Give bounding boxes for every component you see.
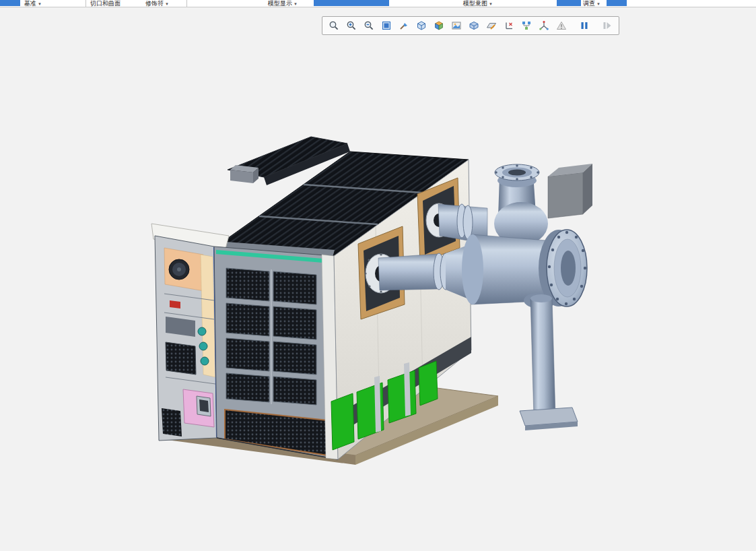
- display-style-icon: [416, 20, 427, 31]
- view-images-button[interactable]: [449, 18, 464, 33]
- teal-fitting: [199, 342, 207, 350]
- ribbon-group-datum[interactable]: 基准▼: [24, 0, 42, 8]
- left-equipment-cabinet: [155, 236, 217, 441]
- ribbon-button-fragment[interactable]: [314, 0, 389, 6]
- stand-pipe: [520, 294, 578, 430]
- view-images-icon: [451, 20, 462, 31]
- teal-fitting: [198, 327, 206, 335]
- ribbon-button-fragment[interactable]: [557, 0, 581, 6]
- zoom-region-icon: [329, 20, 339, 31]
- ribbon-strip: 基准▼ 切口和曲面 修饰符▼ 模型显示▼ 模型意图▼ 调查▼: [0, 0, 756, 7]
- saved-orientations-button[interactable]: [432, 18, 446, 33]
- zoom-out-icon: [364, 20, 374, 31]
- ribbon-group-model-intent[interactable]: 模型意图▼: [463, 0, 493, 8]
- repaint-button[interactable]: [397, 18, 411, 33]
- ribbon-group-model-display[interactable]: 模型显示▼: [268, 0, 298, 8]
- repaint-icon: [399, 20, 409, 31]
- cooling-fan: [169, 259, 189, 280]
- chevron-down-icon: ▼: [596, 2, 600, 6]
- resume-icon: [602, 20, 613, 31]
- chevron-down-icon: ▼: [165, 2, 169, 6]
- chevron-down-icon: ▼: [489, 2, 493, 6]
- ribbon-group-cuts-surfaces[interactable]: 切口和曲面: [90, 0, 121, 8]
- ribbon-group-investigate[interactable]: 调查▼: [583, 0, 600, 8]
- resume-button[interactable]: [600, 18, 615, 33]
- pause-button[interactable]: [577, 18, 592, 33]
- ribbon-separator: [85, 0, 86, 7]
- cad-model-scene: [0, 7, 756, 551]
- plane-display-icon: [486, 20, 497, 31]
- graphics-toolbar: [322, 16, 619, 35]
- saved-orientations-icon: [434, 20, 444, 31]
- perspective-view-button[interactable]: [467, 18, 481, 33]
- ribbon-group-modifiers[interactable]: 修饰符▼: [145, 0, 169, 8]
- perspective-view-icon: [469, 20, 479, 31]
- pause-icon: [579, 20, 590, 31]
- red-connector: [170, 300, 180, 309]
- chevron-down-icon: ▼: [294, 2, 298, 6]
- annotation-display-icon: [504, 20, 514, 31]
- model-tree-filter-button[interactable]: [519, 18, 534, 33]
- chevron-down-icon: ▼: [38, 2, 42, 6]
- zoom-out-button[interactable]: [362, 18, 376, 33]
- refit-button[interactable]: [379, 18, 394, 33]
- display-style-button[interactable]: [414, 18, 429, 33]
- ribbon-separator: [186, 0, 187, 7]
- ribbon-button-fragment[interactable]: [607, 0, 627, 6]
- top-elbow: [494, 164, 548, 245]
- annotation-display-button[interactable]: [502, 18, 516, 33]
- warning-icon: [556, 20, 567, 31]
- 3d-viewport[interactable]: [0, 7, 756, 551]
- simulation-warning-button[interactable]: [554, 18, 569, 33]
- zoom-in-button[interactable]: [344, 18, 359, 33]
- zoom-region-button[interactable]: [327, 18, 341, 33]
- ribbon-button-fragment[interactable]: [0, 0, 20, 6]
- spin-center-icon: [539, 20, 549, 31]
- electrical-box: [548, 164, 592, 218]
- model-tree-filter-icon: [521, 20, 532, 31]
- roof-junction-box: [230, 165, 259, 183]
- zoom-in-icon: [346, 20, 357, 31]
- refit-icon: [381, 20, 392, 31]
- cad-application-window: { "ribbon": { "dropdown_arrow": "▼", "gr…: [0, 0, 756, 551]
- plane-display-button[interactable]: [484, 18, 499, 33]
- teal-fitting: [201, 357, 209, 365]
- front-grille-face: [214, 247, 338, 459]
- spin-center-button[interactable]: [537, 18, 551, 33]
